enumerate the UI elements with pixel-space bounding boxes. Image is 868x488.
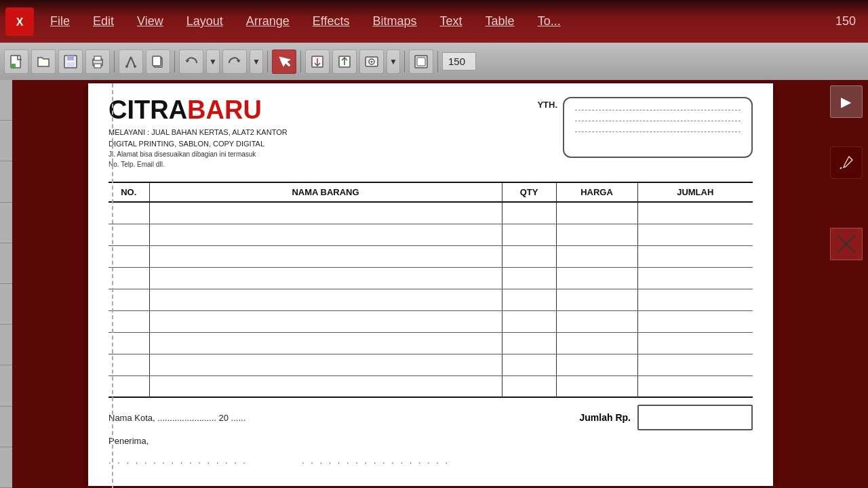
- logo-section: CITRABARU MELAYANI : JUAL BAHAN KERTAS, …: [108, 97, 288, 169]
- company-logo: CITRABARU: [108, 97, 288, 123]
- table-row: [108, 332, 753, 354]
- svg-rect-9: [94, 64, 101, 68]
- col-header-harga: HARGA: [556, 182, 637, 202]
- toolbar-sep5: [404, 51, 405, 73]
- toolbar-open[interactable]: [31, 49, 56, 74]
- col-header-jumlah: JUMLAH: [637, 182, 753, 202]
- table-row: [108, 310, 753, 332]
- yth-label: YTH.: [537, 97, 557, 110]
- toolbar-new[interactable]: [4, 49, 28, 74]
- side-play-button[interactable]: ▶: [830, 85, 863, 118]
- footer-penerima: Penerima,: [108, 436, 753, 446]
- svg-line-11: [131, 57, 135, 66]
- toolbar-sep1: [114, 51, 115, 73]
- ruler-mark: [0, 203, 12, 243]
- menubar: X File Edit View Layout Arrange Effects …: [0, 0, 868, 43]
- toolbar-print[interactable]: [85, 49, 110, 74]
- toolbar-preview[interactable]: [359, 49, 384, 74]
- ruler-mark: [0, 447, 12, 488]
- guide-line: [112, 83, 113, 488]
- toolbar-save[interactable]: [58, 49, 83, 74]
- ruler-mark: [0, 80, 12, 121]
- svg-line-10: [127, 57, 131, 66]
- menu-view[interactable]: View: [126, 10, 174, 33]
- svg-rect-3: [10, 64, 16, 68]
- menu-edit[interactable]: Edit: [82, 10, 125, 33]
- toolbar-undo-dropdown[interactable]: ▼: [206, 49, 220, 74]
- company-info: MELAYANI : JUAL BAHAN KERTAS, ALAT2 KANT…: [108, 127, 288, 169]
- menu-to[interactable]: To...: [527, 10, 572, 33]
- toolbar-undo[interactable]: [179, 49, 203, 74]
- toolbar-preview-dropdown[interactable]: ▼: [387, 49, 400, 74]
- menu-items: File Edit View Layout Arrange Effects Bi…: [39, 10, 829, 33]
- yth-line2: [575, 116, 741, 121]
- sig-right: . . . . . . . . . . . . . . . . .: [302, 455, 450, 466]
- toolbar-copy[interactable]: [146, 49, 170, 74]
- svg-point-13: [134, 65, 136, 68]
- toolbar-cut[interactable]: [119, 49, 143, 74]
- document-paper: CITRABARU MELAYANI : JUAL BAHAN KERTAS, …: [88, 83, 773, 486]
- menu-text[interactable]: Text: [429, 10, 473, 33]
- menu-bitmaps[interactable]: Bitmaps: [362, 10, 428, 33]
- table-row: [108, 202, 753, 224]
- yth-box: [563, 97, 753, 158]
- toolbar-select[interactable]: [272, 49, 296, 74]
- jumlah-box: [637, 405, 753, 430]
- zoom-value: 150: [829, 10, 863, 33]
- company-line1: MELAYANI : JUAL BAHAN KERTAS, ALAT2 KANT…: [108, 127, 288, 138]
- table-row: [108, 224, 753, 245]
- toolbar: ▼ ▼ ▼: [0, 43, 868, 80]
- svg-rect-5: [67, 56, 74, 60]
- ruler-mark: [0, 161, 12, 202]
- col-header-qty: QTY: [502, 182, 556, 202]
- svg-rect-15: [153, 56, 161, 66]
- table-row: [108, 375, 753, 397]
- col-header-no: NO.: [108, 182, 149, 202]
- svg-point-12: [125, 65, 128, 68]
- svg-line-23: [840, 167, 842, 169]
- logo-citra: CITRA: [108, 96, 187, 124]
- company-address: Jl. Alamat bisa disesuaikan dibagian ini…: [108, 149, 288, 159]
- yth-line3: [575, 127, 741, 132]
- canvas-area: CITRABARU MELAYANI : JUAL BAHAN KERTAS, …: [0, 80, 824, 488]
- toolbar-export[interactable]: [332, 49, 357, 74]
- ruler-mark: [0, 284, 12, 325]
- toolbar-fullscreen[interactable]: [409, 49, 433, 74]
- menu-layout[interactable]: Layout: [176, 10, 234, 33]
- zoom-field[interactable]: 150: [442, 52, 476, 70]
- side-x-button[interactable]: [830, 228, 863, 260]
- company-line2: DIGITAL PRINTING, SABLON, COPY DIGITAL: [108, 138, 288, 150]
- table-row: [108, 245, 753, 267]
- side-eyedropper-button[interactable]: [830, 146, 863, 179]
- logo-baru: BARU: [187, 96, 262, 124]
- yth-line1: [575, 105, 741, 110]
- ruler-mark: [0, 325, 12, 365]
- footer-sig-lines: . . . . . . . . . . . . . . . . . . . . …: [108, 455, 753, 466]
- left-ruler: [0, 80, 12, 488]
- footer-jumlah: Jumlah Rp.: [580, 405, 753, 430]
- date-text: Nama Kota, ........................ 20 .…: [108, 413, 245, 423]
- toolbar-import[interactable]: [305, 49, 330, 74]
- doc-header: CITRABARU MELAYANI : JUAL BAHAN KERTAS, …: [108, 97, 753, 169]
- toolbar-sep6: [437, 51, 438, 73]
- menu-effects[interactable]: Effects: [302, 10, 361, 33]
- toolbar-redo[interactable]: [222, 49, 247, 74]
- toolbar-redo-dropdown[interactable]: ▼: [250, 49, 263, 74]
- svg-rect-22: [417, 58, 425, 66]
- menu-table[interactable]: Table: [475, 10, 526, 33]
- menu-file[interactable]: File: [39, 10, 81, 33]
- ruler-mark: [0, 407, 12, 447]
- company-contact: No. Telp. Email dll.: [108, 159, 288, 169]
- jumlah-label: Jumlah Rp.: [580, 412, 631, 423]
- svg-rect-8: [94, 56, 101, 60]
- sig-left: . . . . . . . . . . . . . . . .: [108, 455, 248, 466]
- doc-footer: Nama Kota, ........................ 20 .…: [108, 405, 753, 430]
- menu-arrange[interactable]: Arrange: [235, 10, 300, 33]
- toolbar-sep3: [267, 51, 268, 73]
- ruler-mark: [0, 243, 12, 284]
- footer-date: Nama Kota, ........................ 20 .…: [108, 411, 245, 424]
- yth-section: YTH.: [537, 97, 753, 158]
- col-header-nama: NAMA BARANG: [149, 182, 502, 202]
- svg-rect-6: [66, 62, 75, 67]
- toolbar-sep2: [174, 51, 175, 73]
